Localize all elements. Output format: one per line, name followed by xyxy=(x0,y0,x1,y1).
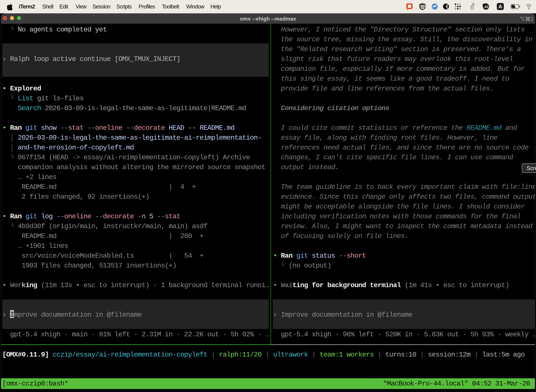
svg-text:..61: ..61 xyxy=(483,5,488,9)
svg-text:A: A xyxy=(498,4,502,9)
svg-text:1: 1 xyxy=(531,16,533,22)
